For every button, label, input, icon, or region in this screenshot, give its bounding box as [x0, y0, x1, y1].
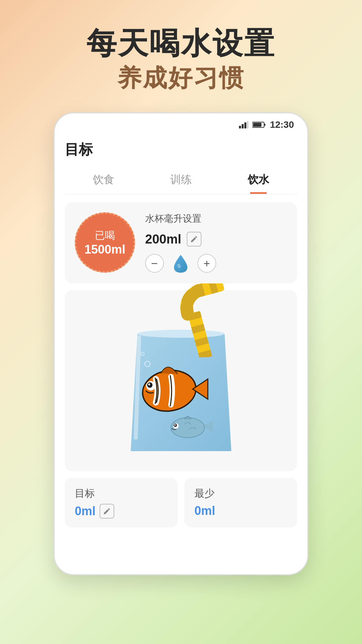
svg-rect-6 [253, 123, 261, 127]
cup-value-row: 200ml [145, 232, 287, 247]
cup-value: 200ml [145, 232, 181, 247]
svg-rect-3 [247, 121, 248, 128]
drunk-label: 已喝 [95, 229, 115, 243]
cup-setting-label: 水杯毫升设置 [145, 212, 287, 225]
bottom-row: 目标 0ml 最少 0ml [65, 478, 297, 527]
app-content: 目标 饮食 训练 饮水 已喝 1500ml 水杯毫升设置 200ml [55, 133, 307, 574]
goal-label: 目标 [75, 487, 168, 500]
svg-rect-2 [244, 122, 246, 128]
status-time: 12:30 [270, 119, 294, 130]
min-card: 最少 0ml [184, 478, 297, 527]
tabs-bar: 饮食 训练 饮水 [65, 167, 297, 194]
drunk-circle: 已喝 1500ml [75, 212, 135, 273]
fish-illustration-card [65, 290, 297, 471]
plus-button[interactable]: + [197, 254, 216, 273]
cup-edit-button[interactable] [187, 232, 201, 247]
goal-value: 0ml [75, 504, 96, 518]
stepper-row: − [145, 253, 287, 273]
goal-card: 目标 0ml [65, 478, 178, 527]
water-drop-icon [171, 253, 191, 273]
battery-icon [252, 121, 266, 128]
tab-diet[interactable]: 饮食 [65, 167, 142, 194]
goal-value-row: 0ml [75, 504, 168, 519]
page-title: 目标 [65, 133, 297, 167]
minus-button[interactable]: − [145, 254, 164, 273]
svg-rect-5 [264, 124, 265, 126]
page-sub-title: 养成好习惯 [86, 63, 276, 92]
min-value: 0ml [194, 504, 215, 518]
tab-water[interactable]: 饮水 [220, 167, 297, 194]
status-bar: 12:30 [55, 113, 307, 133]
svg-rect-0 [239, 126, 241, 128]
minus-icon: − [151, 257, 158, 270]
svg-rect-1 [242, 124, 244, 128]
drunk-amount: 1500ml [84, 243, 125, 257]
goal-edit-button[interactable] [100, 504, 114, 519]
min-label: 最少 [194, 487, 287, 500]
cup-setting-card: 已喝 1500ml 水杯毫升设置 200ml − [65, 202, 297, 283]
svg-point-21 [148, 383, 150, 385]
svg-point-26 [174, 424, 176, 426]
signal-icon [239, 121, 248, 128]
phone-frame: 12:30 目标 饮食 训练 饮水 已喝 1500ml 水杯毫升设置 200ml [54, 112, 308, 575]
tab-training[interactable]: 训练 [142, 167, 220, 194]
settings-panel: 水杯毫升设置 200ml − [145, 212, 287, 273]
straw-icon [174, 283, 241, 357]
min-value-row: 0ml [194, 504, 287, 518]
plus-icon: + [203, 257, 210, 270]
page-main-title: 每天喝水设置 [86, 27, 276, 60]
